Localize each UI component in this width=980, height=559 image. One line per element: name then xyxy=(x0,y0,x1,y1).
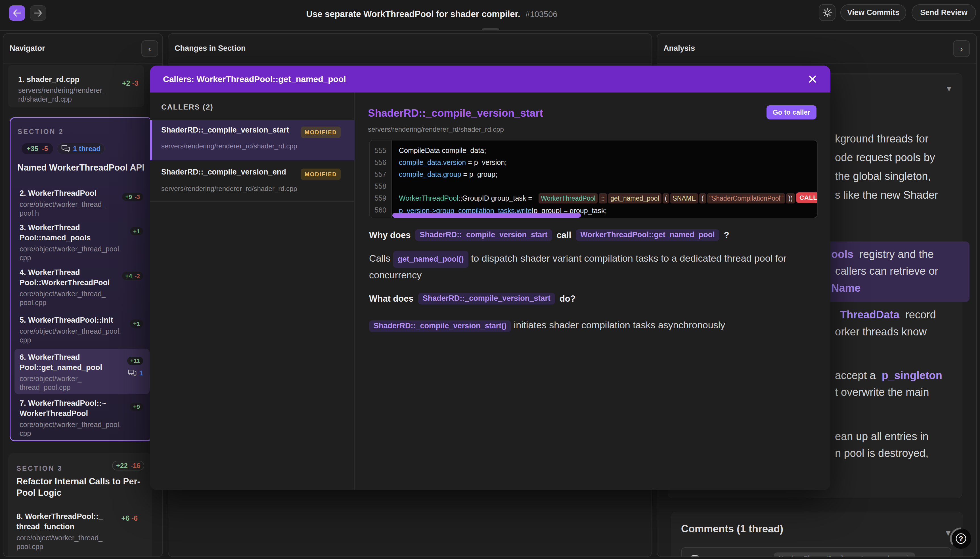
svg-text:?: ? xyxy=(959,535,963,542)
